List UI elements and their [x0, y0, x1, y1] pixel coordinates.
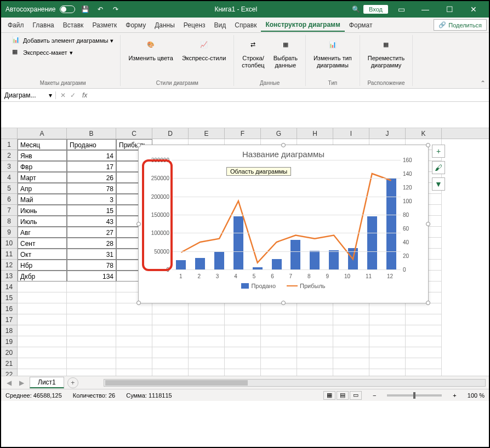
cell[interactable] [297, 325, 333, 336]
chart-handle[interactable] [281, 143, 286, 147]
chart-filter-button[interactable]: ▼ [432, 177, 445, 191]
cell[interactable] [333, 369, 369, 376]
cell[interactable] [297, 369, 333, 376]
row-header[interactable]: 15 [1, 292, 18, 303]
cell[interactable] [369, 303, 406, 314]
cell[interactable] [18, 314, 67, 325]
chart-handle[interactable] [281, 301, 286, 305]
chart-elements-button[interactable]: + [432, 145, 445, 158]
cell[interactable]: Окт [18, 249, 67, 260]
cell[interactable] [116, 358, 152, 369]
y-axis-right[interactable]: 020406080100120140160 [403, 160, 424, 269]
cell[interactable] [18, 325, 67, 336]
row-header[interactable]: 1 [1, 139, 18, 150]
col-header[interactable]: E [189, 128, 225, 139]
name-box-dropdown-icon[interactable]: ▾ [49, 91, 52, 99]
tab-data[interactable]: Данны [150, 19, 179, 31]
cell[interactable]: 14 [67, 150, 116, 161]
y-axis-left[interactable]: 050000100000150000200000250000300000 [143, 160, 169, 269]
search-icon[interactable]: 🔍 [350, 4, 361, 15]
move-chart-button[interactable]: ▦Переместить диаграмму [364, 35, 408, 70]
chart-handle[interactable] [136, 143, 141, 147]
tab-chart-design[interactable]: Конструктор диаграмм [261, 19, 344, 32]
chart-styles-button[interactable]: 📈Экспресс-стили [179, 35, 229, 63]
ribbon-options-icon[interactable]: ▭ [390, 2, 412, 17]
tab-home[interactable]: Главна [29, 19, 59, 31]
col-header[interactable]: J [369, 128, 406, 139]
cell[interactable] [225, 369, 261, 376]
share-button[interactable]: 🔗 Поделиться [434, 19, 487, 31]
cell[interactable] [116, 347, 152, 358]
cell[interactable] [67, 347, 116, 358]
row-header[interactable]: 8 [1, 216, 18, 227]
cell[interactable] [225, 303, 261, 314]
row-header[interactable]: 18 [1, 325, 18, 336]
zoom-thumb[interactable] [413, 392, 415, 399]
cell[interactable]: 43 [67, 216, 116, 227]
cell[interactable] [406, 347, 442, 358]
chart-handle[interactable] [426, 222, 430, 226]
horizontal-scrollbar[interactable] [104, 379, 486, 387]
undo-icon[interactable]: ↶ [95, 4, 106, 15]
tab-file[interactable]: Файл [3, 19, 29, 31]
cell[interactable] [297, 347, 333, 358]
cell[interactable] [18, 369, 67, 376]
cell[interactable] [18, 358, 67, 369]
row-header[interactable]: 21 [1, 358, 18, 369]
col-header[interactable]: A [18, 128, 67, 139]
cell[interactable] [116, 336, 152, 347]
chart-handle[interactable] [136, 222, 141, 226]
sheet-tab-1[interactable]: Лист1 [30, 377, 64, 388]
row-header[interactable]: 14 [1, 282, 18, 292]
cell[interactable]: Фвр [18, 161, 67, 172]
name-box[interactable]: Диаграм...▾ [1, 91, 56, 99]
col-header[interactable]: F [225, 128, 261, 139]
cell[interactable] [152, 303, 189, 314]
cell[interactable] [225, 347, 261, 358]
cell[interactable] [369, 369, 406, 376]
row-header[interactable]: 16 [1, 303, 18, 314]
cell[interactable] [406, 325, 442, 336]
cell[interactable] [189, 314, 225, 325]
cell[interactable]: 78 [67, 260, 116, 271]
zoom-out-icon[interactable]: − [373, 392, 376, 399]
cell[interactable] [189, 347, 225, 358]
chart-handle[interactable] [136, 301, 141, 305]
cell[interactable]: Дкбр [18, 271, 67, 282]
cell[interactable] [18, 336, 67, 347]
sheet-nav-next[interactable]: ▶ [17, 379, 26, 387]
cell[interactable] [67, 336, 116, 347]
col-header[interactable]: K [406, 128, 442, 139]
cell[interactable]: Месяц [18, 139, 67, 150]
cell[interactable]: 26 [67, 172, 116, 183]
col-header[interactable]: G [261, 128, 297, 139]
cell[interactable] [67, 303, 116, 314]
cell[interactable] [116, 303, 152, 314]
add-sheet-button[interactable]: + [67, 377, 78, 388]
cell[interactable] [297, 336, 333, 347]
cell[interactable] [406, 358, 442, 369]
cell[interactable]: 3 [67, 194, 116, 205]
cell[interactable] [152, 369, 189, 376]
cell[interactable] [116, 314, 152, 325]
cell[interactable] [18, 303, 67, 314]
redo-icon[interactable]: ↷ [110, 4, 121, 15]
cell[interactable]: Июль [18, 216, 67, 227]
cell[interactable] [261, 336, 297, 347]
cell[interactable] [297, 314, 333, 325]
row-header[interactable]: 7 [1, 205, 18, 216]
cell[interactable]: Апр [18, 183, 67, 194]
row-header[interactable]: 4 [1, 172, 18, 183]
tab-formulas[interactable]: Форму [121, 19, 150, 31]
cell[interactable] [369, 347, 406, 358]
row-header[interactable]: 3 [1, 161, 18, 172]
row-header[interactable]: 5 [1, 183, 18, 194]
fx-confirm-icon[interactable]: ✓ [70, 91, 76, 99]
cell[interactable] [152, 314, 189, 325]
row-header[interactable]: 22 [1, 369, 18, 376]
col-header[interactable]: D [152, 128, 189, 139]
row-header[interactable]: 10 [1, 238, 18, 249]
cell[interactable] [18, 292, 67, 303]
chart-handle[interactable] [426, 143, 430, 147]
chart-legend[interactable]: Продано Прибыль [139, 269, 428, 289]
